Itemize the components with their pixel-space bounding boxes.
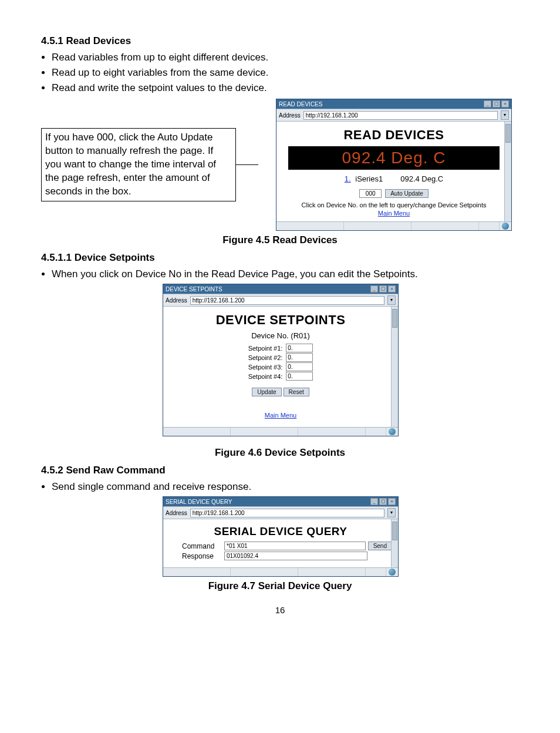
url-dropdown-icon[interactable]: ▾ bbox=[501, 110, 509, 120]
scrollbar[interactable] bbox=[504, 122, 511, 221]
figure-caption-45: Figure 4.5 Read Devices bbox=[41, 234, 519, 246]
window-title: SERIAL DEVICE QUERY bbox=[166, 499, 370, 505]
serial-device-query-window: SERIAL DEVICE QUERY _ ▢ × Address http:/… bbox=[163, 496, 399, 577]
bullet-item: Read and write the setpoint values to th… bbox=[52, 82, 519, 94]
status-bar bbox=[276, 221, 511, 230]
reset-button[interactable]: Reset bbox=[284, 388, 309, 396]
maximize-icon[interactable]: ▢ bbox=[379, 498, 387, 505]
hint-text: Click on Device No. on the left to query… bbox=[282, 201, 505, 209]
window-control-buttons: _ ▢ × bbox=[370, 285, 396, 292]
setpoint-input-3[interactable] bbox=[286, 362, 313, 371]
url-dropdown-icon[interactable]: ▾ bbox=[387, 508, 396, 517]
page-heading: READ DEVICES bbox=[282, 127, 505, 143]
device-number-label: Device No. (R01) bbox=[169, 331, 392, 340]
section-heading-451: 4.5.1 Read Devices bbox=[41, 35, 519, 47]
setpoint-label: Setpoint #1: bbox=[248, 345, 283, 352]
page-heading: DEVICE SETPOINTS bbox=[169, 312, 392, 328]
update-button[interactable]: Update bbox=[252, 388, 281, 396]
bullet-item: Send single command and receive response… bbox=[52, 481, 519, 493]
window-title: READ DEVICES bbox=[279, 101, 484, 107]
window-control-buttons: _ ▢ × bbox=[484, 100, 509, 107]
status-bar bbox=[163, 567, 398, 576]
minimize-icon[interactable]: _ bbox=[370, 285, 378, 292]
window-title: DEVICE SETPOINTS bbox=[166, 286, 370, 292]
setpoint-label: Setpoint #2: bbox=[248, 354, 283, 361]
read-devices-window: READ DEVICES _ ▢ × Address http://192.16… bbox=[276, 99, 512, 231]
main-menu-link[interactable]: Main Menu bbox=[265, 412, 296, 419]
maximize-icon[interactable]: ▢ bbox=[492, 100, 500, 107]
scrollbar-thumb[interactable] bbox=[505, 124, 511, 143]
scrollbar[interactable] bbox=[391, 519, 398, 567]
bullet-list-4511: When you click on Device No in the Read … bbox=[52, 268, 519, 280]
section-heading-4511: 4.5.1.1 Device Setpoints bbox=[41, 252, 519, 264]
window-titlebar: READ DEVICES _ ▢ × bbox=[276, 99, 511, 109]
page-body: DEVICE SETPOINTS Device No. (R01) Setpoi… bbox=[163, 307, 398, 427]
device-name: iSeries1 bbox=[355, 174, 383, 183]
command-label: Command bbox=[182, 542, 222, 550]
page-body: READ DEVICES 092.4 Deg. C 1. iSeries1 09… bbox=[276, 122, 511, 221]
minimize-icon[interactable]: _ bbox=[484, 100, 491, 107]
maximize-icon[interactable]: ▢ bbox=[379, 285, 387, 292]
callout-box-fig45: If you have 000, click the Auto Update b… bbox=[41, 128, 236, 201]
setpoint-row: Setpoint #4: bbox=[169, 372, 392, 381]
bullet-list-452: Send single command and receive response… bbox=[52, 481, 519, 493]
section-heading-452: 4.5.2 Send Raw Command bbox=[41, 465, 519, 476]
setpoint-row: Setpoint #1: bbox=[169, 344, 392, 352]
setpoint-input-2[interactable] bbox=[286, 353, 313, 362]
url-field[interactable]: http://192.168.1.200 bbox=[303, 111, 498, 120]
address-label: Address bbox=[166, 510, 187, 516]
url-dropdown-icon[interactable]: ▾ bbox=[387, 295, 396, 305]
page-heading: SERIAL DEVICE QUERY bbox=[169, 525, 392, 538]
address-label: Address bbox=[166, 297, 187, 304]
address-bar: Address http://192.168.1.200 ▾ bbox=[163, 506, 398, 519]
refresh-interval-input[interactable] bbox=[359, 189, 382, 198]
close-icon[interactable]: × bbox=[388, 498, 396, 505]
close-icon[interactable]: × bbox=[501, 100, 509, 107]
bullet-item: Read variables from up to eight differen… bbox=[52, 52, 519, 63]
url-field[interactable]: http://192.168.1.200 bbox=[190, 296, 384, 305]
command-input[interactable]: *01 X01 bbox=[224, 542, 366, 550]
device-value: 092.4 Deg.C bbox=[400, 174, 443, 183]
device-setpoints-window: DEVICE SETPOINTS _ ▢ × Address http://19… bbox=[163, 284, 399, 436]
bullet-item: When you click on Device No in the Read … bbox=[52, 268, 519, 280]
led-display: 092.4 Deg. C bbox=[288, 146, 500, 170]
callout-connector bbox=[236, 164, 258, 165]
setpoint-input-1[interactable] bbox=[286, 344, 313, 352]
scrollbar-thumb[interactable] bbox=[392, 522, 397, 540]
window-titlebar: DEVICE SETPOINTS _ ▢ × bbox=[163, 284, 398, 294]
auto-update-button[interactable]: Auto Update bbox=[385, 189, 429, 198]
figure-caption-46: Figure 4.6 Device Setpoints bbox=[41, 447, 519, 459]
send-button[interactable]: Send bbox=[368, 542, 392, 550]
internet-zone-icon bbox=[389, 569, 396, 576]
setpoint-label: Setpoint #3: bbox=[248, 364, 283, 371]
setpoint-row: Setpoint #2: bbox=[169, 353, 392, 362]
address-bar: Address http://192.168.1.200 ▾ bbox=[163, 294, 398, 307]
page-body: SERIAL DEVICE QUERY Command *01 X01 Send… bbox=[163, 519, 398, 567]
page-number: 16 bbox=[41, 605, 519, 615]
response-label: Response bbox=[182, 552, 222, 560]
figure-caption-47: Figure 4.7 Serial Device Query bbox=[41, 580, 519, 592]
response-row: Response 01X01092.4 bbox=[169, 552, 392, 560]
auto-update-row: Auto Update bbox=[282, 189, 505, 198]
device-reading-row: 1. iSeries1 092.4 Deg.C bbox=[282, 174, 505, 183]
command-row: Command *01 X01 Send bbox=[169, 542, 392, 550]
bullet-item: Read up to eight variables from the same… bbox=[52, 67, 519, 79]
scrollbar[interactable] bbox=[391, 307, 398, 427]
window-control-buttons: _ ▢ × bbox=[370, 498, 396, 505]
minimize-icon[interactable]: _ bbox=[370, 498, 378, 505]
internet-zone-icon bbox=[389, 428, 396, 435]
setpoint-label: Setpoint #4: bbox=[248, 373, 283, 380]
device-number-link[interactable]: 1. bbox=[345, 174, 351, 183]
setpoint-row: Setpoint #3: bbox=[169, 362, 392, 371]
setpoint-input-4[interactable] bbox=[286, 372, 313, 381]
address-bar: Address http://192.168.1.200 ▾ bbox=[276, 109, 511, 122]
internet-zone-icon bbox=[502, 223, 509, 230]
url-field[interactable]: http://192.168.1.200 bbox=[190, 509, 384, 517]
status-bar bbox=[163, 427, 398, 436]
close-icon[interactable]: × bbox=[388, 285, 396, 292]
address-label: Address bbox=[279, 112, 301, 119]
window-titlebar: SERIAL DEVICE QUERY _ ▢ × bbox=[163, 497, 398, 506]
bullet-list-451: Read variables from up to eight differen… bbox=[52, 52, 519, 94]
scrollbar-thumb[interactable] bbox=[392, 309, 397, 328]
main-menu-link[interactable]: Main Menu bbox=[378, 210, 410, 217]
